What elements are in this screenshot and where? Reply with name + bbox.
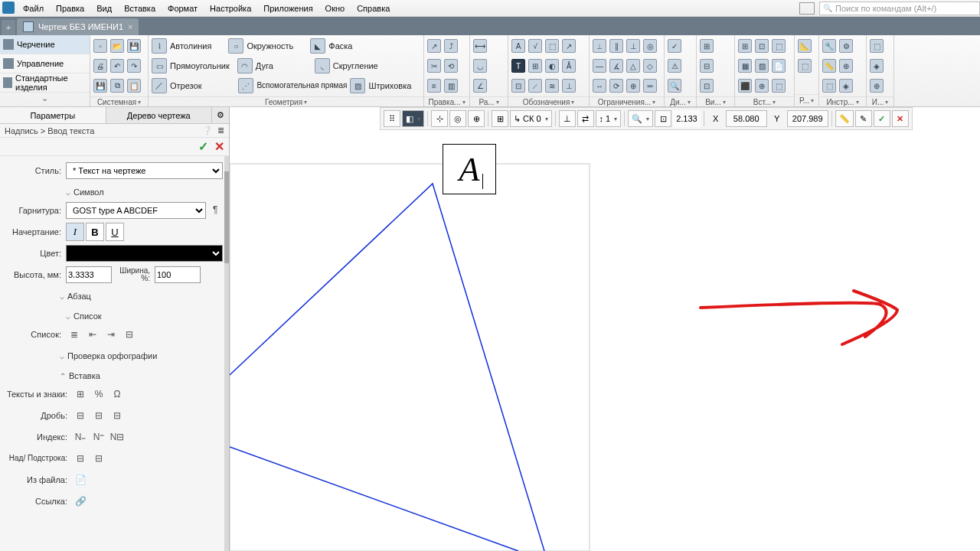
mode-manage[interactable]: Управление — [0, 54, 90, 73]
command-search-input[interactable]: Поиск по командам (Alt+/) — [819, 2, 980, 15]
segment-icon[interactable]: ／ — [152, 78, 167, 93]
chamfer-icon[interactable]: ◣ — [310, 38, 325, 54]
spec-text-icon[interactable]: ⊞ — [72, 386, 89, 402]
group-constraints: ⟂∥⊥◎—∡△◇↔⟳⊕═ Ограничения... — [590, 35, 665, 106]
subsup-icon[interactable]: N⊟ — [109, 429, 126, 445]
help-icon[interactable]: ❔ — [202, 126, 213, 135]
menu-insert[interactable]: Вставка — [118, 2, 162, 15]
side-panel: Параметры Дерево чертежа ⚙ Надпись > Вво… — [0, 107, 230, 551]
section-list: Список — [66, 308, 223, 324]
mode-selector: Черчение Управление Стандартные изделия … — [0, 35, 90, 106]
group-insert: ⊞⊡⬚▦▨📄⬛⊕⬚ Вст... — [735, 35, 795, 106]
windows-icon[interactable] — [799, 2, 815, 15]
rectangle-icon[interactable]: ▭ — [152, 58, 167, 73]
text-tool-icon[interactable]: T — [511, 59, 525, 73]
menu-file[interactable]: Файл — [17, 2, 50, 15]
color-select[interactable] — [66, 245, 223, 262]
disk-icon[interactable]: 💾 — [93, 79, 107, 93]
drawing-doc-icon — [23, 21, 34, 32]
document-tab[interactable]: Чертеж БЕЗ ИМЕНИ1 × — [17, 18, 139, 35]
list-icon[interactable]: ≣ — [217, 126, 224, 135]
frac1-icon[interactable]: ⊟ — [72, 408, 89, 423]
cancel-button[interactable]: ✕ — [214, 139, 224, 154]
paste-icon[interactable]: 📋 — [127, 79, 141, 93]
menu-help[interactable]: Справка — [351, 2, 396, 15]
panel-settings-icon[interactable]: ⚙ — [212, 107, 229, 123]
italic-button[interactable]: I — [66, 223, 84, 241]
tab-parameters[interactable]: Параметры — [0, 107, 106, 123]
group-views: ⊞⊟⊡ Ви... — [697, 35, 735, 106]
numbering-icon[interactable]: ⊟ — [121, 327, 138, 342]
section-insert[interactable]: Вставка — [60, 367, 223, 384]
group-dim: ⟷◡∠ Ра... — [470, 35, 508, 106]
svg-rect-0 — [230, 164, 590, 551]
sup-icon[interactable]: N⁼ — [90, 429, 107, 445]
mode-standard-parts[interactable]: Стандартные изделия — [0, 73, 90, 93]
open-icon[interactable]: 📂 — [110, 39, 124, 53]
panel-scrollbar[interactable] — [224, 156, 229, 551]
bold-button[interactable]: B — [86, 223, 104, 241]
new-tab-button[interactable]: + — [2, 20, 15, 35]
hatch-icon[interactable]: ▨ — [350, 78, 365, 93]
bullets-icon[interactable]: ≣ — [66, 327, 83, 342]
section-spellcheck[interactable]: Проверка орфографии — [60, 347, 223, 364]
section-paragraph[interactable]: Абзац — [60, 288, 223, 305]
menu-settings[interactable]: Настройка — [204, 2, 257, 15]
under-icon[interactable]: ⊟ — [90, 451, 107, 466]
group-diag: ✓⚠🔍 Ди... — [665, 35, 697, 106]
style-select[interactable]: * Текст на чертеже — [66, 162, 223, 179]
menu-bar: Файл Правка Вид Вставка Формат Настройка… — [0, 0, 980, 17]
accept-button[interactable]: ✓ — [198, 139, 208, 154]
text-edit-box[interactable]: A — [443, 144, 496, 194]
document-tabbar: + Чертеж БЕЗ ИМЕНИ1 × — [0, 17, 980, 35]
underline-button[interactable]: U — [106, 223, 124, 241]
arc-icon[interactable]: ◠ — [237, 58, 253, 73]
copy-icon[interactable]: ⧉ — [110, 79, 124, 93]
save-icon[interactable]: 💾 — [127, 39, 141, 53]
text-cursor — [482, 174, 483, 189]
section-symbol: Символ — [66, 184, 223, 201]
group-annotation: A√⬚↗ T⊞◐Å ⊡⟋≋⊥ Обозначения — [508, 35, 590, 106]
indent-icon[interactable]: ⇥ — [103, 327, 119, 342]
mode-drawing[interactable]: Черчение — [0, 35, 90, 54]
fillet-icon[interactable]: ◟ — [315, 58, 330, 73]
aux-line-icon[interactable]: ⋰ — [238, 78, 253, 93]
width-input[interactable] — [155, 266, 201, 283]
menu-apps[interactable]: Приложения — [257, 2, 318, 15]
redo-icon[interactable]: ↷ — [127, 59, 141, 73]
group-last: ⬚◈⊕ И... — [867, 35, 894, 106]
group-label-system[interactable]: Системная — [90, 96, 148, 106]
new-doc-icon[interactable]: ▫ — [93, 39, 107, 53]
menu-edit[interactable]: Правка — [50, 2, 90, 15]
sub-icon[interactable]: N₌ — [72, 429, 89, 445]
app-logo-icon — [2, 2, 15, 14]
print-icon[interactable]: 🖨 — [93, 59, 107, 73]
omega-icon[interactable]: Ω — [109, 386, 126, 402]
link-icon[interactable]: 🔗 — [72, 494, 89, 509]
frac3-icon[interactable]: ⊟ — [109, 408, 126, 423]
autoline-icon[interactable]: ⌇ — [152, 38, 167, 54]
mode-expand-icon[interactable]: ⌄ — [0, 93, 90, 103]
menu-view[interactable]: Вид — [90, 2, 118, 15]
undo-icon[interactable]: ↶ — [110, 59, 124, 73]
breadcrumb: Надпись > Ввод текста — [5, 126, 94, 135]
circle-icon[interactable]: ○ — [228, 38, 243, 54]
tab-drawing-tree[interactable]: Дерево чертежа — [106, 107, 213, 123]
frac2-icon[interactable]: ⊟ — [90, 408, 107, 423]
group-r: 📐⬚ Р... — [795, 35, 819, 106]
outdent-icon[interactable]: ⇤ — [84, 327, 101, 342]
group-label-geometry[interactable]: Геометрия — [149, 96, 423, 106]
menu-format[interactable]: Формат — [162, 2, 204, 15]
symbol-icon[interactable]: % — [90, 386, 107, 402]
menu-window[interactable]: Окно — [319, 2, 351, 15]
pilcrow-icon[interactable]: ¶ — [207, 202, 223, 217]
group-tools: 🔧⚙📏⊕⬚◈ Инстр... — [819, 35, 867, 106]
drawing-canvas[interactable]: ⠿ ◧ ⊹ ◎ ⊕ ⊞ ↳ СК 0 ⊥ ⇄ ↕ 1 🔍 ⊡ 2.133 X 5… — [230, 107, 980, 551]
over-icon[interactable]: ⊟ — [72, 451, 89, 466]
from-file-icon[interactable]: 📄 — [72, 472, 89, 487]
group-edit: ↗⤴✂⟲≡▥ Правка... — [424, 35, 470, 106]
close-tab-icon[interactable]: × — [128, 22, 132, 31]
text-glyph: A — [459, 150, 480, 189]
height-input[interactable] — [66, 266, 112, 283]
font-select[interactable]: GOST type A ABCDEF — [66, 202, 206, 219]
